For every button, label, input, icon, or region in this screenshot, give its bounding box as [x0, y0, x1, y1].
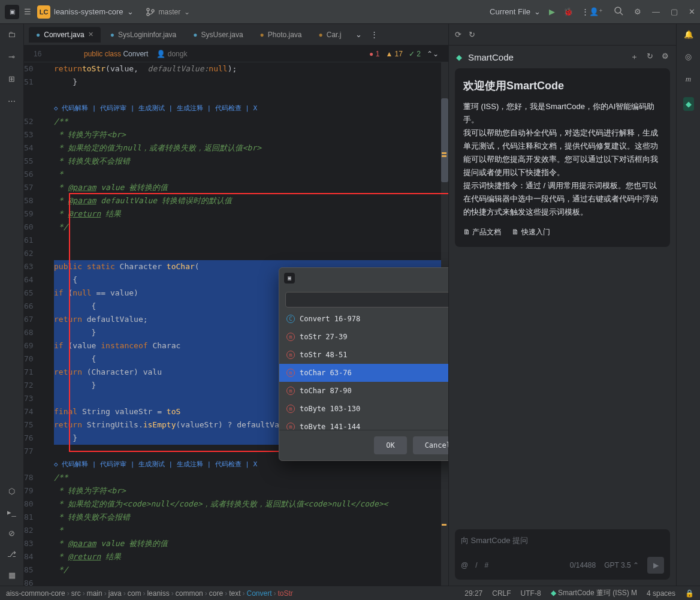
product-docs-link[interactable]: 🗎 产品文档 — [463, 226, 501, 238]
run-config-picker[interactable]: Current File ⌄ — [490, 7, 541, 16]
structure-popup-item[interactable]: mtoStr 48-51 — [279, 346, 448, 364]
breadcrumb-item[interactable]: common — [176, 589, 203, 598]
quick-start-link[interactable]: 🗎 快速入门 — [512, 226, 550, 238]
tab-label: SysLogininfor.java — [118, 31, 176, 39]
main-menu-icon[interactable]: ☰ — [24, 7, 31, 16]
project-selector[interactable]: LC leaniss-system-core ⌄ — [37, 5, 134, 19]
gear-icon[interactable]: ⚙ — [662, 52, 669, 62]
debug-icon[interactable]: 🐞 — [563, 7, 573, 16]
structure-popup-item[interactable]: CConvert 16-978 — [279, 310, 448, 328]
tabs-dropdown-icon[interactable]: ⌄ — [355, 30, 362, 39]
more-icon[interactable]: ⋮ — [581, 7, 589, 16]
caret-position[interactable]: 29:27 — [464, 589, 482, 598]
indent-status[interactable]: 4 spaces — [647, 589, 675, 598]
run-icon[interactable]: ▶ — [549, 7, 555, 16]
breadcrumb-item[interactable]: com — [128, 589, 141, 598]
svg-point-3 — [615, 7, 621, 13]
structure-popup-item[interactable]: mtoByte 141-144 — [279, 418, 448, 430]
notifications-icon[interactable]: 🔔 — [684, 30, 693, 39]
more-tool-icon[interactable]: ⋯ — [8, 97, 16, 105]
breadcrumb-item[interactable]: main — [87, 589, 102, 598]
warning-marker[interactable] — [442, 524, 446, 526]
vcs-branch-picker[interactable]: master ⌄ — [146, 7, 191, 17]
popup-search-input[interactable] — [285, 292, 448, 307]
breadcrumb-item[interactable]: java — [108, 589, 122, 598]
editor-tab[interactable]: ●SysUser.java — [186, 27, 250, 43]
popup-ok-button[interactable]: OK — [374, 436, 406, 454]
breadcrumb-item[interactable]: aiss-common-core — [6, 589, 65, 598]
chevron-up-down-icon[interactable]: ⌃⌄ — [427, 50, 439, 58]
file-encoding[interactable]: UTF-8 — [521, 589, 541, 598]
commit-tool-icon[interactable]: ⊸ — [8, 52, 15, 61]
search-icon[interactable] — [614, 6, 623, 17]
breadcrumb-item[interactable]: Convert — [246, 589, 271, 598]
panel-toolbar: ⟳ ↻ — [449, 24, 676, 46]
smartcode-user-status[interactable]: ◆ SmartCode 董珂 (ISS) M — [551, 588, 637, 598]
maximize-icon[interactable]: ▢ — [671, 7, 678, 16]
terminal-icon[interactable]: ▸_ — [7, 508, 16, 517]
gutter: 5051525354555657585960616263646566676869… — [24, 62, 54, 586]
readonly-icon[interactable]: 🔒 — [685, 589, 694, 598]
problems-icon[interactable]: ⊘ — [8, 529, 15, 538]
warning-marker[interactable] — [442, 155, 446, 157]
editor-tab[interactable]: ●Photo.java — [253, 27, 309, 43]
model-selector[interactable]: GPT 3.5 ⌃ — [604, 561, 639, 569]
popup-list: CConvert 16-978mtoStr 27-39mtoStr 48-51m… — [279, 310, 448, 430]
history-icon[interactable]: ↻ — [647, 52, 653, 62]
warning-marker[interactable] — [442, 152, 446, 154]
build-tool-icon[interactable]: ⬡ — [8, 487, 15, 496]
git-icon[interactable]: ⎇ — [7, 550, 16, 559]
breadcrumb-item[interactable]: toStr — [278, 589, 293, 598]
author-name: dongk — [168, 50, 188, 58]
line-separator[interactable]: CRLF — [492, 589, 511, 598]
m-tool-icon[interactable]: m — [686, 74, 691, 84]
minimize-icon[interactable]: — — [652, 7, 660, 16]
popup-ide-icon: ▣ — [284, 273, 295, 284]
popup-cancel-button[interactable]: Cancel — [413, 436, 448, 454]
new-chat-icon[interactable]: ＋ — [630, 52, 638, 62]
at-command[interactable]: @ — [461, 561, 468, 569]
breadcrumb-item[interactable]: core — [209, 589, 223, 598]
breadcrumb-item[interactable]: leaniss — [147, 589, 169, 598]
editor-tab[interactable]: ●Car.j — [312, 27, 349, 43]
structure-tool-icon[interactable]: ⊞ — [8, 74, 15, 83]
editor-tab[interactable]: ●SysLogininfor.java — [103, 27, 184, 43]
error-count[interactable]: ● 1 — [369, 50, 379, 58]
editor-tab[interactable]: ●Convert.java✕ — [29, 27, 101, 43]
svg-point-1 — [147, 13, 149, 16]
sync-icon[interactable]: ↻ — [469, 30, 475, 39]
slash-command[interactable]: / — [475, 561, 477, 569]
smartcode-input[interactable]: 向 SmartCode 提问 @ / # 0/14488 GPT 3.5 ⌃ ▶ — [455, 529, 670, 580]
warning-count[interactable]: ▲ 17 — [385, 50, 403, 58]
breadcrumb-trail[interactable]: aiss-common-core›src›main›java›com›leani… — [6, 589, 293, 598]
structure-popup-item[interactable]: mtoChar 63-76 — [279, 364, 448, 382]
structure-popup: ▣ ✕ CConvert 16-978mtoStr 27-39mtoStr 48… — [279, 267, 448, 461]
send-button[interactable]: ▶ — [647, 557, 664, 574]
class-name: Convert — [123, 50, 148, 58]
editor[interactable]: 5051525354555657585960616263646566676869… — [24, 62, 448, 586]
close-icon[interactable]: ✕ — [689, 7, 695, 16]
structure-popup-item[interactable]: mtoByte 103-130 — [279, 400, 448, 418]
tab-close-icon[interactable]: ✕ — [88, 31, 93, 38]
file-icon: ● — [260, 31, 264, 39]
gear-icon[interactable]: ⚙ — [634, 7, 641, 16]
structure-popup-item[interactable]: mtoStr 27-39 — [279, 328, 448, 346]
code-actions-row[interactable]: ◇ 代码解释 | 代码评审 | 生成测试 | 生成注释 | 代码检查 | X — [54, 458, 257, 471]
loop-icon[interactable]: ◎ — [685, 52, 692, 61]
refresh-icon[interactable]: ⟳ — [455, 30, 461, 39]
hash-command[interactable]: # — [485, 561, 489, 569]
code-actions-row[interactable]: ◇ 代码解释 | 代码评审 | 生成测试 | 生成注释 | 代码检查 | X — [54, 102, 257, 115]
collab-icon[interactable]: 👤⁺ — [589, 7, 603, 16]
smartcode-tool-icon[interactable]: ◆ — [683, 97, 694, 111]
tabs-more-icon[interactable]: ⋮ — [370, 30, 378, 39]
method-icon: m — [286, 351, 295, 359]
char-counter: 0/14488 — [570, 561, 596, 569]
project-tool-icon[interactable]: 🗀 — [8, 30, 16, 39]
smartcode-panel: ⟳ ↻ ◆ SmartCode ＋ ↻ ⚙ 欢迎使用SmartCode 董珂 (… — [448, 24, 676, 586]
hint-count[interactable]: ✓ 2 — [409, 50, 421, 58]
breadcrumb-item[interactable]: text — [229, 589, 240, 598]
structure-popup-item[interactable]: mtoChar 87-90 — [279, 382, 448, 400]
breadcrumb-item[interactable]: src — [71, 589, 81, 598]
services-icon[interactable]: ▦ — [8, 571, 16, 580]
scrollbar-thumb[interactable] — [441, 98, 448, 182]
